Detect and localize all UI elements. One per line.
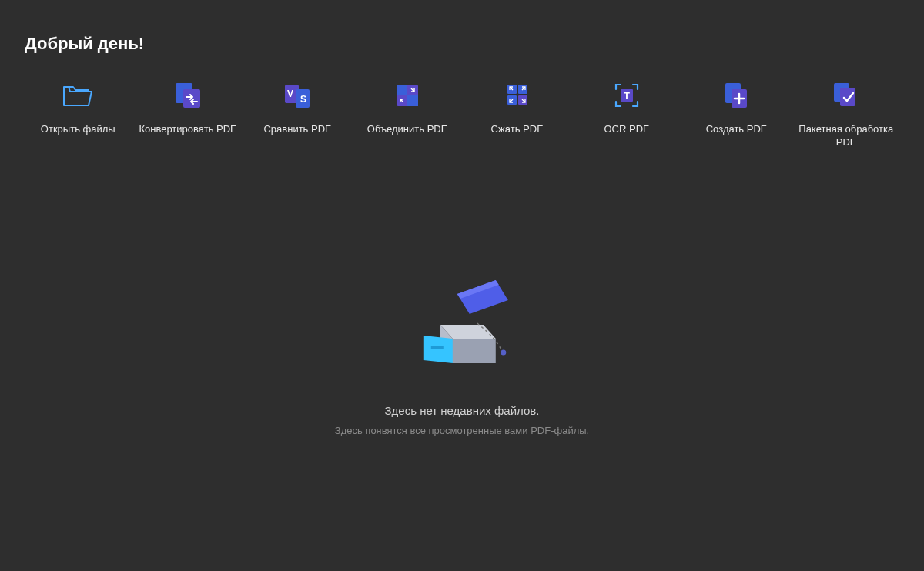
open-files-button[interactable]: Открыть файлы (25, 80, 132, 149)
action-label: Открыть файлы (41, 123, 116, 136)
quick-actions-row: Открыть файлы Конвертировать PDF V (23, 80, 901, 149)
empty-state: Здесь нет недавних файлов. Здесь появятс… (335, 277, 589, 436)
compress-pdf-button[interactable]: Сжать PDF (464, 80, 571, 149)
batch-pdf-button[interactable]: Пакетная обработка PDF (793, 80, 900, 149)
svg-text:S: S (300, 94, 306, 105)
action-label: Конвертировать PDF (139, 123, 236, 136)
convert-pdf-button[interactable]: Конвертировать PDF (135, 80, 242, 149)
compare-pdf-button[interactable]: V S Сравнить PDF (244, 80, 351, 149)
svg-rect-25 (431, 346, 444, 349)
svg-marker-22 (453, 339, 496, 363)
combine-icon (392, 80, 423, 111)
compress-icon (501, 80, 532, 111)
svg-text:T: T (624, 90, 630, 102)
action-label: Создать PDF (706, 123, 767, 136)
svg-rect-18 (840, 88, 855, 106)
combine-pdf-button[interactable]: Объединить PDF (354, 80, 461, 149)
ocr-icon: T (611, 80, 642, 111)
svg-text:V: V (287, 88, 293, 99)
action-label: Сжать PDF (490, 123, 543, 136)
convert-icon (172, 80, 203, 111)
action-label: Сравнить PDF (263, 123, 331, 136)
svg-point-26 (500, 350, 506, 356)
batch-icon (831, 80, 862, 111)
svg-rect-7 (397, 85, 407, 95)
empty-subtitle: Здесь появятся все просмотренные вами PD… (335, 425, 589, 436)
empty-title: Здесь нет недавних файлов. (385, 404, 540, 417)
ocr-pdf-button[interactable]: T OCR PDF (574, 80, 681, 149)
action-label: OCR PDF (604, 123, 650, 136)
open-folder-icon (62, 80, 93, 111)
compare-icon: V S (282, 80, 313, 111)
empty-drawer-icon (400, 277, 524, 381)
create-icon (721, 80, 752, 111)
greeting-title: Добрый день! (25, 34, 901, 54)
create-pdf-button[interactable]: Создать PDF (683, 80, 790, 149)
svg-rect-8 (407, 95, 418, 106)
action-label: Пакетная обработка PDF (793, 123, 900, 149)
action-label: Объединить PDF (367, 123, 447, 136)
